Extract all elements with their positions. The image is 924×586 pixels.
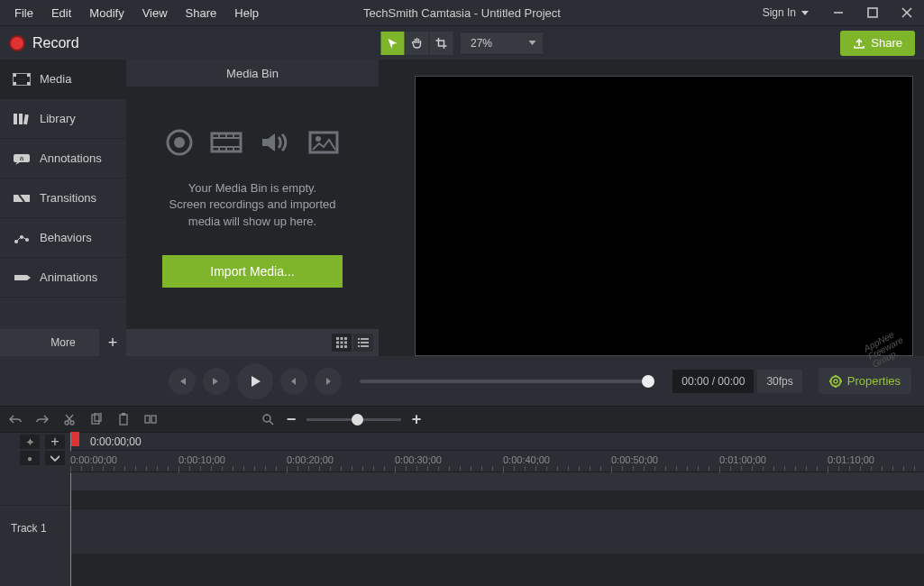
media-icon (13, 73, 31, 86)
undo-button[interactable] (7, 411, 23, 427)
sidebar-item-label: Behaviors (40, 231, 92, 244)
menu-edit[interactable]: Edit (42, 1, 80, 25)
caret-down-icon (801, 11, 809, 15)
sidebar-item-annotations[interactable]: a Annotations (0, 139, 126, 179)
properties-button[interactable]: Properties (819, 368, 911, 394)
media-bin-body: Your Media Bin is empty. Screen recordin… (126, 87, 379, 329)
timeline-toolbar: − + (0, 406, 924, 433)
grid-view-button[interactable] (332, 334, 352, 352)
cut-button[interactable] (61, 411, 78, 427)
play-button[interactable] (237, 363, 273, 399)
list-view-button[interactable] (353, 334, 373, 352)
svg-rect-45 (361, 345, 369, 347)
copy-button[interactable] (88, 411, 105, 427)
svg-rect-9 (14, 114, 17, 124)
menu-modify[interactable]: Modify (80, 1, 133, 25)
zoom-out-button[interactable]: − (283, 411, 299, 427)
preview-panel: AppNeeFreewareGroup. (379, 60, 924, 356)
sidebar-more-button[interactable]: More + (0, 329, 126, 356)
svg-rect-58 (120, 415, 127, 425)
canvas-toolbar: 27% (380, 32, 544, 55)
fps-select[interactable]: 30fps (757, 370, 801, 393)
edit-tool-button[interactable] (380, 32, 404, 55)
preview-canvas[interactable]: AppNeeFreewareGroup. (415, 76, 913, 356)
svg-point-46 (830, 376, 840, 386)
ruler-tick-label: 0:00:40;00 (503, 454, 550, 465)
sidebar-item-animations[interactable]: Animations (0, 258, 126, 298)
add-tool-button[interactable]: + (99, 329, 126, 356)
menu-file[interactable]: File (5, 1, 42, 25)
more-label: More (50, 336, 75, 349)
playhead-icon[interactable] (70, 432, 79, 446)
sidebar-item-media[interactable]: Media (0, 60, 126, 99)
minimize-button[interactable] (821, 0, 855, 25)
ruler-tick-label: 0:01:00;00 (719, 454, 766, 465)
step-forward-button[interactable] (315, 368, 342, 395)
svg-rect-59 (122, 413, 125, 416)
add-track-button[interactable]: + (45, 435, 65, 449)
svg-rect-61 (151, 416, 156, 423)
media-bin-empty-text: Your Media Bin is empty. Screen recordin… (169, 180, 336, 230)
zoom-slider-knob[interactable] (352, 414, 363, 426)
svg-rect-10 (19, 114, 23, 124)
sidebar-item-library[interactable]: Library (0, 99, 126, 139)
menu-help[interactable]: Help (225, 1, 268, 25)
ruler-tick-label: 0:00:20;00 (287, 454, 334, 465)
close-button[interactable] (890, 0, 924, 25)
prev-frame-button[interactable] (169, 368, 196, 395)
library-icon (13, 113, 31, 125)
timeline-left: ✦ + ● Track 1 (0, 433, 70, 586)
zoom-in-button[interactable]: + (408, 411, 425, 427)
signin-button[interactable]: Sign In (750, 0, 821, 25)
transitions-icon (13, 192, 31, 205)
time-ruler[interactable]: 0:00:00;00 0:00:10;00 0:00:20;00 0:00:30… (70, 451, 924, 472)
svg-rect-36 (344, 342, 347, 344)
svg-line-63 (270, 421, 273, 425)
import-media-button[interactable]: Import Media... (162, 255, 343, 288)
svg-rect-56 (92, 415, 99, 424)
sidebar: Media Library a Annotations Transitions … (0, 60, 126, 356)
redo-button[interactable] (34, 411, 50, 427)
menubar: File Edit Modify View Share Help (0, 1, 268, 25)
track-markers-button[interactable]: ● (20, 451, 40, 465)
crop-tool-button[interactable] (429, 32, 453, 55)
animations-icon (13, 271, 31, 284)
ruler-tick-label: 0:01:10;00 (828, 454, 874, 465)
collapse-tracks-button[interactable] (45, 451, 65, 465)
ruler-tick-label: 0:00:10;00 (178, 454, 225, 465)
maximize-button[interactable] (855, 0, 890, 25)
svg-rect-42 (358, 342, 360, 343)
menu-view[interactable]: View (133, 1, 177, 25)
scrub-knob[interactable] (642, 375, 654, 388)
next-frame-button[interactable] (203, 368, 230, 395)
time-display: 00:00 / 00:00 (672, 370, 754, 393)
pan-tool-button[interactable] (405, 32, 428, 55)
playhead-time-row: 0:00:00;00 (70, 433, 924, 451)
svg-rect-6 (27, 74, 30, 77)
track-header[interactable]: Track 1 (0, 505, 70, 550)
split-button[interactable] (142, 411, 159, 427)
add-marker-button[interactable]: ✦ (20, 435, 40, 449)
paste-button[interactable] (115, 411, 132, 427)
timeline-zoom: − + (260, 411, 425, 427)
svg-rect-8 (27, 82, 30, 85)
zoom-slider[interactable] (306, 418, 401, 421)
step-back-button[interactable] (280, 368, 307, 395)
window-controls: Sign In (750, 0, 924, 25)
sidebar-item-transitions[interactable]: Transitions (0, 179, 126, 218)
share-button[interactable]: Share (840, 31, 915, 56)
titlebar: File Edit Modify View Share Help TechSmi… (0, 0, 924, 25)
track-body[interactable] (70, 508, 924, 554)
sidebar-item-label: Media (40, 72, 71, 86)
sidebar-item-behaviors[interactable]: Behaviors (0, 218, 126, 258)
scrub-bar[interactable] (360, 380, 654, 383)
zoom-value: 27% (471, 37, 492, 50)
timeline: ✦ + ● Track 1 0:00:00;00 0:00:00;00 0:00… (0, 433, 924, 586)
menu-share[interactable]: Share (177, 1, 226, 25)
svg-point-52 (65, 421, 69, 425)
zoom-select[interactable]: 27% (459, 32, 544, 55)
svg-rect-41 (361, 338, 369, 340)
record-button[interactable]: Record (9, 35, 79, 51)
timeline-tracks[interactable]: 0:00:00;00 0:00:00;00 0:00:10;00 0:00:20… (70, 433, 924, 586)
image-placeholder-icon (307, 128, 340, 157)
